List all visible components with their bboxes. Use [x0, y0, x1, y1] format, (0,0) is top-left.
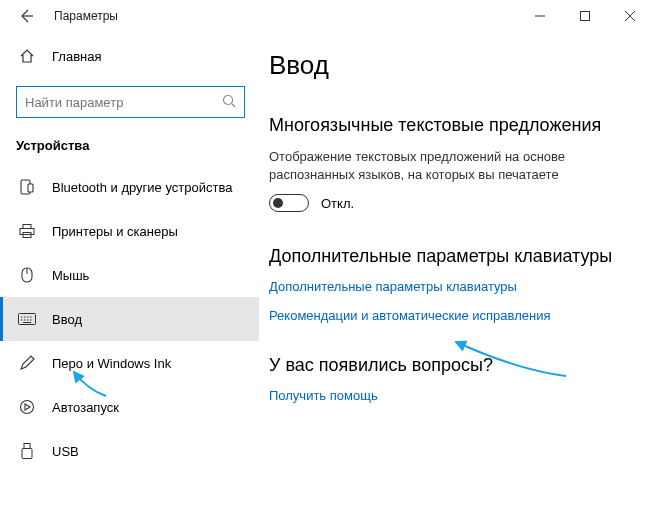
sidebar-item-autoplay[interactable]: Автозапуск: [0, 385, 259, 429]
sidebar-item-typing[interactable]: Ввод: [0, 297, 259, 341]
usb-icon: [18, 443, 36, 459]
sidebar-item-pen[interactable]: Перо и Windows Ink: [0, 341, 259, 385]
sidebar-home[interactable]: Главная: [0, 38, 259, 74]
section-adv-keyboard-heading: Дополнительные параметры клавиатуры: [269, 246, 640, 267]
sidebar-item-mouse[interactable]: Мышь: [0, 253, 259, 297]
window-title: Параметры: [54, 9, 118, 23]
svg-point-4: [224, 95, 233, 104]
section-multilingual-heading: Многоязычные текстовые предложения: [269, 115, 640, 136]
sidebar-item-label: Bluetooth и другие устройства: [52, 180, 232, 195]
sidebar-item-label: Мышь: [52, 268, 89, 283]
link-autocorrect[interactable]: Рекомендации и автоматические исправлени…: [269, 308, 640, 323]
sidebar-item-usb[interactable]: USB: [0, 429, 259, 473]
maximize-button[interactable]: [562, 1, 607, 31]
bluetooth-icon: [18, 179, 36, 195]
sidebar-item-label: USB: [52, 444, 79, 459]
svg-rect-7: [28, 184, 33, 192]
toggle-state-label: Откл.: [321, 196, 354, 211]
autoplay-icon: [18, 399, 36, 415]
sidebar-item-printers[interactable]: Принтеры и сканеры: [0, 209, 259, 253]
printer-icon: [18, 224, 36, 238]
search-icon: [222, 94, 236, 111]
sidebar-item-label: Ввод: [52, 312, 82, 327]
svg-rect-1: [580, 12, 589, 21]
search-placeholder: Найти параметр: [25, 95, 123, 110]
minimize-button[interactable]: [517, 1, 562, 31]
back-button[interactable]: [16, 6, 36, 26]
sidebar-section-heading: Устройства: [0, 132, 259, 165]
sidebar-item-label: Автозапуск: [52, 400, 119, 415]
keyboard-icon: [18, 313, 36, 325]
link-get-help[interactable]: Получить помощь: [269, 388, 640, 403]
svg-rect-9: [20, 229, 34, 235]
svg-rect-8: [23, 225, 31, 229]
sidebar-item-label: Перо и Windows Ink: [52, 356, 171, 371]
section-multilingual-body: Отображение текстовых предложений на осн…: [269, 148, 640, 184]
sidebar: Главная Найти параметр Устройства Blueto…: [0, 32, 259, 519]
svg-line-5: [232, 103, 236, 107]
sidebar-home-label: Главная: [52, 49, 101, 64]
section-help-heading: У вас появились вопросы?: [269, 355, 640, 376]
svg-rect-19: [22, 449, 32, 459]
search-input[interactable]: Найти параметр: [16, 86, 245, 118]
mouse-icon: [18, 267, 36, 283]
page-title: Ввод: [269, 50, 640, 81]
main-content: Ввод Многоязычные текстовые предложения …: [259, 32, 652, 519]
link-advanced-keyboard[interactable]: Дополнительные параметры клавиатуры: [269, 279, 640, 294]
sidebar-item-label: Принтеры и сканеры: [52, 224, 178, 239]
svg-rect-18: [24, 444, 30, 449]
home-icon: [18, 48, 36, 64]
svg-point-17: [21, 401, 34, 414]
sidebar-item-bluetooth[interactable]: Bluetooth и другие устройства: [0, 165, 259, 209]
pen-icon: [18, 355, 36, 371]
close-button[interactable]: [607, 1, 652, 31]
multilingual-toggle[interactable]: [269, 194, 309, 212]
